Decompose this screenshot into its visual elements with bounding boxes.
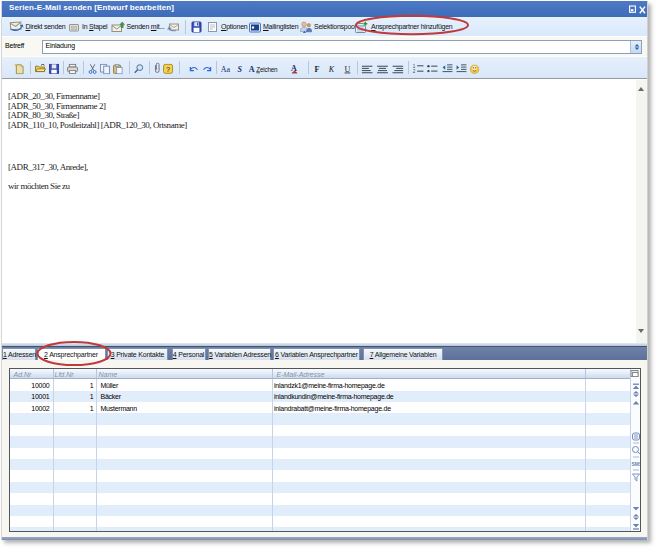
svg-text:SMS: SMS <box>631 460 641 466</box>
svg-text:A: A <box>249 64 255 73</box>
svg-text:F: F <box>315 64 320 73</box>
svg-text:U: U <box>345 64 351 73</box>
svg-text:Zeichen: Zeichen <box>256 65 278 72</box>
svg-text:K: K <box>329 64 335 73</box>
svg-text:Aa: Aa <box>221 64 231 73</box>
svg-text:?: ? <box>166 64 170 73</box>
svg-text:S: S <box>238 64 243 73</box>
svg-text:1: 1 <box>413 63 416 68</box>
svg-text:2: 2 <box>413 69 416 74</box>
